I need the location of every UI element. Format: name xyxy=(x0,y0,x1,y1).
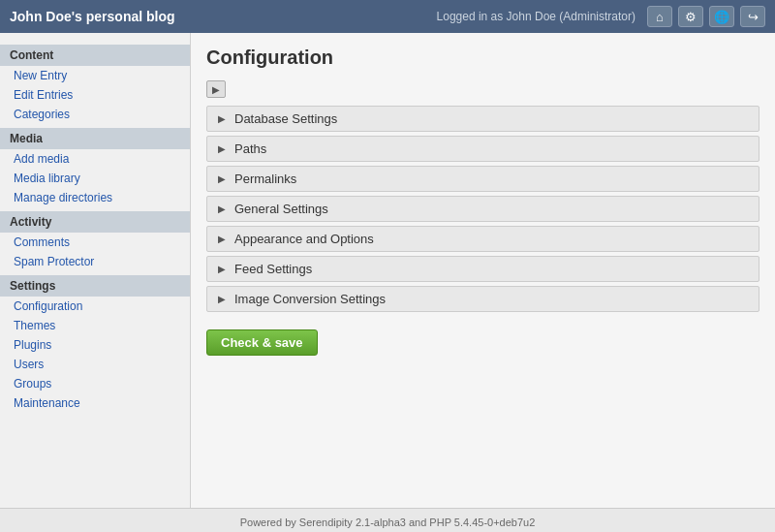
sidebar-item-themes[interactable]: Themes xyxy=(0,316,190,335)
home-icon-button[interactable]: ⌂ xyxy=(647,6,672,27)
accordion-header-database-settings[interactable]: ▶ Database Settings xyxy=(207,107,759,131)
accordion-label-permalinks: Permalinks xyxy=(234,172,296,186)
sidebar-section-content: Content xyxy=(0,45,190,66)
sidebar-item-manage-directories[interactable]: Manage directories xyxy=(0,188,190,207)
sidebar-section-activity: Activity xyxy=(0,211,190,233)
accordion-arrow-paths: ▶ xyxy=(215,142,229,156)
sidebar-item-edit-entries[interactable]: Edit Entries xyxy=(0,85,190,105)
sidebar-item-add-media[interactable]: Add media xyxy=(0,149,190,169)
sidebar-item-new-entry[interactable]: New Entry xyxy=(0,66,190,85)
accordion-arrow-image-conversion: ▶ xyxy=(215,293,229,306)
site-title: John Doe's personal blog xyxy=(10,9,175,24)
accordion-paths: ▶ Paths xyxy=(206,136,760,162)
header: John Doe's personal blog Logged in as Jo… xyxy=(0,0,775,33)
accordion-header-appearance-options[interactable]: ▶ Appearance and Options xyxy=(207,227,759,251)
sidebar-item-configuration[interactable]: Configuration xyxy=(0,297,190,316)
accordion-feed-settings: ▶ Feed Settings xyxy=(206,256,760,282)
gear-icon-button[interactable]: ⚙ xyxy=(678,6,703,27)
sidebar-item-groups[interactable]: Groups xyxy=(0,374,190,393)
accordion-permalinks: ▶ Permalinks xyxy=(206,166,760,192)
logout-icon-button[interactable]: ↪ xyxy=(740,6,765,27)
sidebar: Content New Entry Edit Entries Categorie… xyxy=(0,33,191,508)
accordion-arrow-appearance-options: ▶ xyxy=(215,233,229,246)
accordion-arrow-database-settings: ▶ xyxy=(215,112,229,126)
accordion-image-conversion: ▶ Image Conversion Settings xyxy=(206,286,760,312)
accordion-label-appearance-options: Appearance and Options xyxy=(234,232,374,246)
sidebar-item-comments[interactable]: Comments xyxy=(0,233,190,252)
accordion-header-feed-settings[interactable]: ▶ Feed Settings xyxy=(207,257,759,281)
footer-text: Powered by Serendipity 2.1-alpha3 and PH… xyxy=(240,516,536,528)
sidebar-item-categories[interactable]: Categories xyxy=(0,105,190,124)
accordion-arrow-permalinks: ▶ xyxy=(215,172,229,186)
sidebar-item-media-library[interactable]: Media library xyxy=(0,169,190,188)
accordion-label-image-conversion: Image Conversion Settings xyxy=(234,292,386,306)
accordion-label-general-settings: General Settings xyxy=(234,202,328,216)
sidebar-item-maintenance[interactable]: Maintenance xyxy=(0,393,190,413)
footer: Powered by Serendipity 2.1-alpha3 and PH… xyxy=(0,508,775,532)
accordion-arrow-general-settings: ▶ xyxy=(215,203,229,216)
sidebar-item-spam-protector[interactable]: Spam Protector xyxy=(0,252,190,271)
check-save-button[interactable]: Check & save xyxy=(206,329,318,356)
accordion-label-paths: Paths xyxy=(234,141,266,156)
page-title: Configuration xyxy=(206,47,760,69)
accordion-general-settings: ▶ General Settings xyxy=(206,196,760,222)
content-area: Configuration ▶ ▶ Database Settings ▶ Pa… xyxy=(191,33,775,508)
accordion-header-paths[interactable]: ▶ Paths xyxy=(207,137,759,161)
accordion-label-database-settings: Database Settings xyxy=(234,111,337,126)
sidebar-section-media: Media xyxy=(0,128,190,149)
collapse-toggle-button[interactable]: ▶ xyxy=(206,80,226,98)
header-right: Logged in as John Doe (Administrator) ⌂ … xyxy=(437,6,765,27)
sidebar-section-settings: Settings xyxy=(0,275,190,297)
accordion-database-settings: ▶ Database Settings xyxy=(206,106,760,132)
logged-in-text: Logged in as John Doe (Administrator) xyxy=(437,10,636,23)
sidebar-item-users[interactable]: Users xyxy=(0,355,190,374)
accordion-header-image-conversion[interactable]: ▶ Image Conversion Settings xyxy=(207,287,759,311)
accordion-label-feed-settings: Feed Settings xyxy=(234,262,312,276)
accordion-arrow-feed-settings: ▶ xyxy=(215,263,229,276)
globe-icon-button[interactable]: 🌐 xyxy=(709,6,734,27)
accordion-header-general-settings[interactable]: ▶ General Settings xyxy=(207,197,759,221)
sidebar-item-plugins[interactable]: Plugins xyxy=(0,335,190,355)
main-wrapper: Content New Entry Edit Entries Categorie… xyxy=(0,33,775,508)
accordion-header-permalinks[interactable]: ▶ Permalinks xyxy=(207,167,759,191)
accordion-appearance-options: ▶ Appearance and Options xyxy=(206,226,760,252)
